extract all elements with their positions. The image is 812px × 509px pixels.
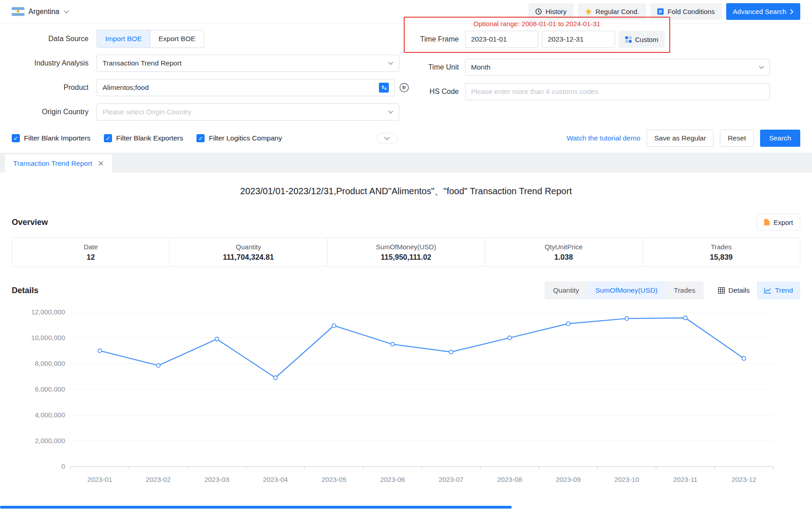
tutorial-demo-link[interactable]: Watch the tutorial demo [567,134,640,142]
origin-country-select[interactable]: Please select Origin Country [97,103,399,121]
industry-analysis-select[interactable]: Transaction Trend Report [97,55,399,72]
trend-view-button[interactable]: Trend [757,281,800,299]
checkbox-checked-icon: ✓ [12,134,20,142]
custom-range-icon [625,36,632,43]
chevron-right-icon [790,9,793,14]
close-icon[interactable]: ✕ [98,160,104,168]
stat-date: Date 12 [12,238,169,266]
filter-blank-importers-checkbox[interactable]: ✓ Filter Blank Importers [12,134,90,142]
horizontal-scrollbar[interactable] [0,506,512,509]
svg-text:2023-07: 2023-07 [439,476,463,483]
chevron-down-icon [759,65,764,69]
svg-text:2023-08: 2023-08 [497,476,522,483]
filter-blank-exporters-label: Filter Blank Exporters [116,134,183,142]
metric-tab-quantity[interactable]: Quantity [545,281,587,299]
stat-label: Trades [711,243,732,251]
time-unit-label: Time Unit [409,63,459,71]
stat-label: SumOfMoney(USD) [376,243,436,251]
result-tab-bar: Transaction Trend Report ✕ [0,153,812,173]
svg-text:10,000,000: 10,000,000 [31,334,65,341]
star-icon [585,8,592,15]
tab-transaction-trend-report[interactable]: Transaction Trend Report ✕ [5,154,112,173]
stat-qty-unit-price: QtyUnitPrice 1.038 [485,238,642,266]
stat-value: 15,839 [710,253,733,262]
details-view-label: Details [728,286,750,294]
hs-code-label: HS Code [409,88,459,96]
fold-conditions-label: Fold Conditions [667,8,714,15]
custom-range-button[interactable]: Custom [619,31,665,48]
history-label: History [546,8,567,15]
data-source-toggle: Import BOE Export BOE [97,30,204,48]
product-input[interactable] [103,84,379,92]
search-button[interactable]: Search [760,130,800,147]
details-view-button[interactable]: Details [711,281,757,299]
export-file-icon [764,219,770,226]
export-button[interactable]: Export [756,214,800,231]
fold-conditions-icon [657,8,664,15]
trend-line-chart: 02,000,0004,000,0006,000,0008,000,00010,… [12,304,800,488]
trend-chart-icon [764,287,771,294]
svg-text:2023-10: 2023-10 [614,476,639,483]
hs-code-input[interactable] [471,88,764,96]
checkbox-checked-icon: ✓ [104,134,112,142]
reset-button[interactable]: Reset [720,130,754,147]
optional-range-text: Optional range: 2008-01-01 to 2024-01-31 [409,19,665,30]
history-icon [535,8,542,15]
svg-text:2023-12: 2023-12 [732,476,756,483]
time-unit-value: Month [471,63,490,71]
filter-logitics-company-checkbox[interactable]: ✓ Filter Logitics Company [196,134,282,142]
time-unit-select[interactable]: Month [465,59,770,76]
stat-value: 115,950,111.02 [381,253,431,262]
advanced-search-label: Advanced Search [733,8,786,15]
end-date-field[interactable] [542,31,615,48]
metric-tab-sum-of-money[interactable]: SumOfMoney(USD) [587,281,666,299]
export-label: Export [774,219,793,226]
filter-blank-exporters-checkbox[interactable]: ✓ Filter Blank Exporters [104,134,183,142]
svg-text:0: 0 [61,462,65,470]
svg-text:2,000,000: 2,000,000 [35,437,65,444]
translate-icon[interactable] [379,83,389,93]
metric-tab-trades[interactable]: Trades [666,281,704,299]
report-title: 2023/01/01-2023/12/31,Product AND"Alimen… [12,185,800,197]
svg-text:2023-06: 2023-06 [380,476,405,483]
start-date-field[interactable] [465,31,538,48]
svg-text:2023-11: 2023-11 [673,476,698,483]
product-field[interactable] [97,79,395,96]
chevron-down-icon [388,61,393,65]
svg-text:2023-04: 2023-04 [263,476,288,483]
origin-country-label: Origin Country [12,108,89,116]
time-frame-highlight-box: Optional range: 2008-01-01 to 2024-01-31… [404,17,670,53]
time-frame-label: Time Frame [409,35,459,43]
country-name: Argentina [28,8,60,16]
import-boe-tab[interactable]: Import BOE [97,30,150,47]
stat-value: 12 [87,253,95,262]
svg-text:2023-02: 2023-02 [146,476,171,483]
stat-sum-of-money: SumOfMoney(USD) 115,950,111.02 [327,238,485,266]
table-icon [718,287,725,294]
hs-code-field[interactable] [465,83,770,100]
svg-text:12,000,000: 12,000,000 [31,308,65,316]
stat-value: 1.038 [554,253,573,262]
trend-view-label: Trend [775,286,793,294]
svg-text:2023-09: 2023-09 [556,476,581,483]
regular-cond-label: Regular Cond. [596,8,639,15]
stat-value: 111,704,324.81 [223,253,274,262]
svg-text:4,000,000: 4,000,000 [35,411,65,419]
industry-analysis-value: Transaction Trend Report [103,59,182,67]
overview-heading: Overview [12,218,48,227]
expand-conditions-button[interactable] [377,133,397,144]
report-content: 2023/01/01-2023/12/31,Product AND"Alimen… [0,185,812,490]
save-as-regular-button[interactable]: Save as Regular [647,130,714,147]
svg-text:6,000,000: 6,000,000 [35,385,65,393]
country-selector[interactable]: Argentina [12,7,69,16]
smart-match-icon[interactable] [399,83,409,93]
svg-text:2023-05: 2023-05 [322,476,346,483]
stat-label: Quantity [236,243,261,251]
stat-label: Date [84,243,98,251]
custom-range-label: Custom [635,36,658,43]
overview-stats: Date 12 Quantity 111,704,324.81 SumOfMon… [12,237,800,267]
tab-label: Transaction Trend Report [13,159,92,168]
export-boe-tab[interactable]: Export BOE [150,30,204,47]
data-source-label: Data Source [12,35,89,43]
svg-text:2023-03: 2023-03 [205,476,229,483]
